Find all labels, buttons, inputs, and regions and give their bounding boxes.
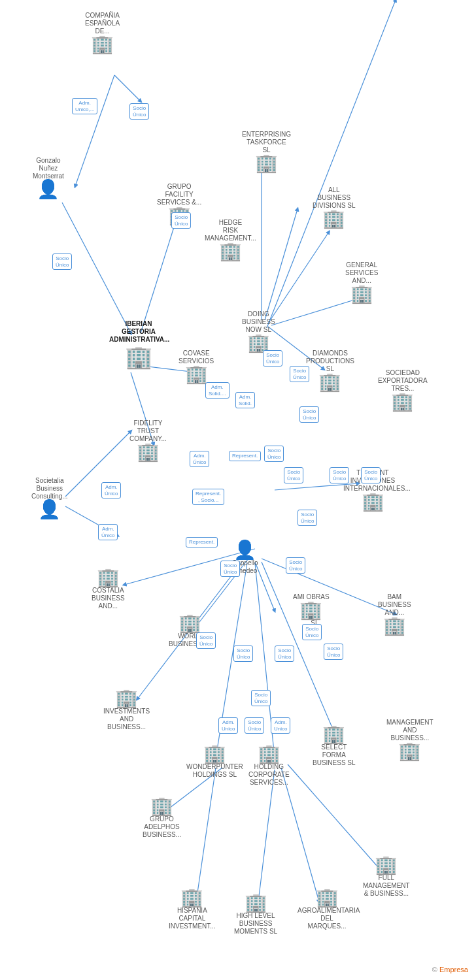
node-societalia: SocietaliaBusinessConsulting... 👤	[31, 477, 68, 519]
node-bamBusiness: BAMBUSINESSAND... 🏢	[378, 593, 411, 635]
building-icon-costalia: 🏢	[97, 568, 120, 587]
badge-adm-unico-compania[interactable]: Adm.Unico,...	[72, 98, 97, 114]
badge-adm-unico-fidelity[interactable]: Adm.Único	[190, 451, 209, 467]
building-icon-managementBusiness: 🏢	[398, 742, 421, 760]
building-icon-generalServices: 🏢	[350, 285, 373, 303]
badge-adm-unico-wonder[interactable]: Adm.Unico	[218, 717, 238, 734]
building-icon-agroalimentaria: 🏢	[316, 889, 339, 907]
node-fullManagement: 🏢 FULLMANAGEMENT& BUSINESS...	[363, 856, 410, 898]
node-diamonds: DIAMONDSPRODUCTIONSSL 🏢	[306, 350, 354, 391]
building-icon-trodont: 🏢	[362, 493, 384, 511]
node-hedgeRisk: HEDGERISKMANAGEMENT... 🏢	[205, 219, 256, 261]
badge-adm-unico-soc1[interactable]: Adm.Único	[101, 482, 121, 498]
building-icon-hedgeRisk: 🏢	[219, 242, 242, 261]
building-icon-worldBusiness: 🏢	[178, 614, 201, 632]
node-costalia: 🏢 COSTALIABUSINESSAND...	[92, 568, 125, 610]
building-icon-enterprising: 🏢	[255, 154, 278, 172]
copyright: © Empresa	[432, 966, 468, 973]
badge-socio-unico-tro2[interactable]: SocioÚnico	[361, 467, 381, 483]
badge-adm-solid-2[interactable]: Adm.Solid.	[235, 392, 255, 408]
building-icon-compania: 🏢	[91, 35, 114, 54]
node-holding: 🏢 HOLDINGCORPORATESERVICES...	[248, 745, 290, 787]
badge-socio-unico-gonzalo[interactable]: SocioÚnico	[52, 253, 72, 270]
badge-socio-unico-cap1[interactable]: SocioÚnico	[220, 561, 240, 577]
building-icon-fullManagement: 🏢	[375, 856, 398, 874]
node-managementBusiness: MANAGEMENTANDBUSINESS... 🏢	[386, 719, 434, 760]
badge-socio-unico-doing2[interactable]: SocioÚnico	[290, 366, 309, 382]
badge-socio-unico-world3[interactable]: SocioÚnico	[233, 645, 253, 662]
badge-socio-unico-ami1[interactable]: SocioÚnico	[302, 624, 322, 640]
badge-adm-unico-hold[interactable]: Adm.Unico	[271, 717, 290, 734]
node-covaseServicios: COVASESERVICIOS 🏢	[178, 350, 214, 384]
building-icon-bamBusiness: 🏢	[383, 617, 406, 635]
node-generalServices: GENERALSERVICESAND... 🏢	[345, 261, 378, 303]
svg-line-1	[114, 75, 141, 101]
svg-line-14	[196, 768, 216, 902]
building-icon-grupoAdelphos: 🏢	[150, 797, 173, 815]
node-hispaniaCapital: 🏢 HISPANIACAPITALINVESTMENT...	[169, 889, 216, 930]
svg-line-2	[62, 203, 131, 333]
node-compania: COMPAÑIAESPAÑOLADE... 🏢	[85, 12, 120, 54]
badge-adm-solid-1[interactable]: Adm.Solid....	[205, 382, 230, 399]
node-enterprising: ENTERPRISINGTASKFORCESL 🏢	[242, 131, 291, 172]
building-icon-amiObras: 🏢	[299, 601, 322, 619]
building-icon-investments: 🏢	[115, 689, 138, 708]
node-iberian: IBERIANGESTORIAADMINISTRATIVA... 🏢	[109, 320, 168, 370]
svg-line-8	[255, 562, 275, 611]
node-grupoAdelphos: 🏢 GRUPOADELPHOSBUSINESS...	[143, 797, 181, 839]
svg-line-0	[75, 75, 114, 186]
building-icon-diamonds: 🏢	[318, 373, 341, 391]
node-gonzalo: GonzaloNuñezMontserrat 👤	[33, 157, 64, 199]
node-fidelityTrust: FIDELITYTRUSTCOMPANY... 🏢	[129, 419, 167, 461]
svg-line-20	[265, 209, 298, 320]
badge-socio-unico-tro1[interactable]: SocioÚnico	[330, 467, 349, 483]
building-icon-holding: 🏢	[258, 745, 280, 763]
person-icon-societalia: 👤	[38, 500, 61, 519]
person-icon-gonzalo: 👤	[37, 180, 60, 199]
building-icon-selectForma: 🏢	[322, 725, 345, 743]
svg-line-3	[141, 219, 177, 333]
badge-socio-unico-ami2[interactable]: SocioÚnico	[324, 644, 343, 660]
badge-represent-socio[interactable]: Represent., Socio...	[192, 489, 224, 505]
building-icon-sociedadExportadora: 🏢	[391, 393, 414, 411]
node-agroalimentaria: 🏢 AGROALIMENTARIADELMARQUES...	[298, 889, 356, 930]
node-doingBusiness: DOINGBUSINESSNOW SL 🏢	[242, 310, 275, 352]
node-investments: 🏢 INVESTMENTSANDBUSINESS...	[103, 689, 150, 731]
building-icon-hispaniaCapital: 🏢	[180, 889, 203, 907]
badge-socio-unico-fid1[interactable]: SocioÚnico	[264, 446, 284, 462]
person-icon-cappello: 👤	[233, 541, 256, 559]
badge-socio-unico-doing1[interactable]: SocioÚnico	[263, 350, 282, 367]
badge-socio-unico-cap2[interactable]: SocioÚnico	[286, 557, 305, 574]
badge-represent-2[interactable]: Represent.	[186, 537, 218, 547]
badge-socio-unico-1[interactable]: SocioÚnico	[129, 103, 149, 120]
building-icon-doingBusiness: 🏢	[247, 334, 270, 352]
node-wonderpunter: 🏢 WONDERPUNTERHOLDINGS SL	[186, 745, 243, 779]
building-icon-iberian: 🏢	[125, 344, 152, 370]
building-icon-highLevel: 🏢	[245, 894, 267, 912]
node-selectForma: 🏢 SELECTFORMABUSINESS SL	[313, 725, 356, 767]
svg-line-21	[268, 232, 329, 323]
building-icon-covaseServicios: 🏢	[185, 365, 208, 384]
node-sociedadExportadora: SOCIEDADEXPORTADORATRES... 🏢	[378, 369, 428, 411]
building-icon-allBusiness: 🏢	[322, 210, 345, 228]
badge-socio-unico-world1[interactable]: SocioÚnico	[196, 632, 216, 649]
node-allBusiness: ALLBUSINESSDIVISIONS SL 🏢	[313, 186, 356, 228]
building-icon-wonderpunter: 🏢	[203, 745, 226, 763]
svg-line-17	[281, 768, 319, 902]
badge-represent-1[interactable]: Represent.	[229, 451, 261, 461]
badge-adm-unico-soc2[interactable]: Adm.Único	[98, 524, 118, 540]
badge-socio-unico-soc1[interactable]: SocioÚnico	[298, 510, 317, 526]
badge-socio-unico-fid2[interactable]: SocioÚnico	[284, 467, 303, 483]
badge-socio-unico-select[interactable]: SocioÚnico	[251, 690, 271, 706]
badge-socio-unico-wonder[interactable]: SocioÚnico	[245, 717, 264, 734]
building-icon-fidelityTrust: 🏢	[137, 443, 160, 461]
node-amiObras: AMI OBRAS 🏢 ... SL	[293, 593, 330, 627]
badge-socio-unico-diamonds[interactable]: SocioÚnico	[299, 406, 319, 423]
svg-line-16	[258, 770, 275, 902]
badge-socio-unico-2[interactable]: SocioÚnico	[171, 212, 191, 229]
badge-socio-unico-world2[interactable]: SocioÚnico	[275, 645, 294, 662]
node-highLevel: 🏢 HIGH LEVELBUSINESSMOMENTS SL	[234, 894, 277, 936]
